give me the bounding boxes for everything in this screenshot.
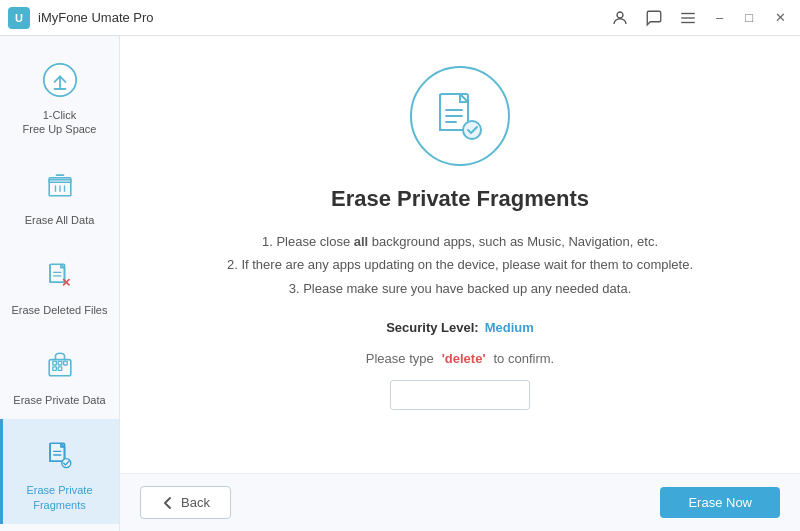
sidebar-label-erase-deleted-files: Erase Deleted Files (12, 303, 108, 317)
confirm-input[interactable] (390, 380, 530, 410)
user-icon[interactable] (608, 6, 632, 30)
back-arrow-icon (161, 496, 175, 510)
sidebar-item-free-up-space[interactable]: 1-ClickFree Up Space (0, 44, 119, 149)
erase-deleted-files-icon-wrapper (38, 253, 82, 297)
main-icon-svg (430, 86, 490, 146)
app-title: iMyFone Umate Pro (38, 10, 154, 25)
content-footer: Back Erase Now (120, 473, 800, 531)
svg-rect-15 (52, 362, 56, 366)
titlebar: U iMyFone Umate Pro – □ ✕ (0, 0, 800, 36)
svg-rect-19 (58, 367, 62, 371)
menu-icon[interactable] (676, 6, 700, 30)
confirm-prefix: Please type (366, 351, 434, 366)
sidebar-item-erase-private-fragments[interactable]: Erase Private Fragments (0, 419, 119, 524)
content-area: Erase Private Fragments 1. Please close … (120, 36, 800, 531)
instruction-1: 1. Please close all background apps, suc… (227, 230, 693, 253)
confirm-suffix: to confirm. (494, 351, 555, 366)
titlebar-controls: – □ ✕ (608, 6, 792, 30)
erase-private-fragments-icon-wrapper (38, 433, 82, 477)
erase-private-data-icon-wrapper (38, 343, 82, 387)
maximize-button[interactable]: □ (739, 8, 759, 27)
main-icon-circle (410, 66, 510, 166)
minimize-button[interactable]: – (710, 8, 729, 27)
security-label: Security Level: (386, 320, 479, 335)
svg-rect-20 (50, 444, 64, 462)
sidebar-item-erase-private-data[interactable]: Erase Private Data (0, 329, 119, 419)
svg-rect-18 (52, 367, 56, 371)
svg-point-0 (617, 12, 623, 18)
sidebar-label-erase-all-data: Erase All Data (25, 213, 95, 227)
back-button[interactable]: Back (140, 486, 231, 519)
svg-rect-11 (50, 264, 64, 282)
sidebar-label-free-up-space: 1-ClickFree Up Space (23, 108, 97, 137)
erase-now-button[interactable]: Erase Now (660, 487, 780, 518)
instruction-1-bold: all (354, 234, 368, 249)
sidebar-label-erase-private-data: Erase Private Data (13, 393, 105, 407)
instructions-block: 1. Please close all background apps, suc… (227, 230, 693, 300)
titlebar-left: U iMyFone Umate Pro (8, 7, 154, 29)
security-level-row: Security Level: Medium (386, 320, 534, 335)
erase-all-data-icon-wrapper (38, 163, 82, 207)
back-label: Back (181, 495, 210, 510)
main-layout: 1-ClickFree Up Space Erase All Data (0, 36, 800, 531)
svg-rect-17 (63, 362, 67, 366)
sidebar-item-erase-all-data[interactable]: Erase All Data (0, 149, 119, 239)
svg-rect-16 (58, 362, 62, 366)
page-title: Erase Private Fragments (331, 186, 589, 212)
content-body: Erase Private Fragments 1. Please close … (120, 36, 800, 473)
confirm-section: Please type 'delete' to confirm. (366, 351, 554, 410)
sidebar: 1-ClickFree Up Space Erase All Data (0, 36, 120, 531)
svg-point-28 (463, 121, 481, 139)
confirm-text-row: Please type 'delete' to confirm. (366, 351, 554, 366)
sidebar-item-erase-deleted-files[interactable]: Erase Deleted Files (0, 239, 119, 329)
instruction-3: 3. Please make sure you have backed up a… (227, 277, 693, 300)
confirm-keyword: 'delete' (442, 351, 486, 366)
sidebar-label-erase-private-fragments: Erase Private Fragments (8, 483, 111, 512)
free-up-space-icon-wrapper (38, 58, 82, 102)
chat-icon[interactable] (642, 6, 666, 30)
instruction-2: 2. If there are any apps updating on the… (227, 253, 693, 276)
close-button[interactable]: ✕ (769, 8, 792, 27)
security-value-link[interactable]: Medium (485, 320, 534, 335)
app-logo: U (8, 7, 30, 29)
